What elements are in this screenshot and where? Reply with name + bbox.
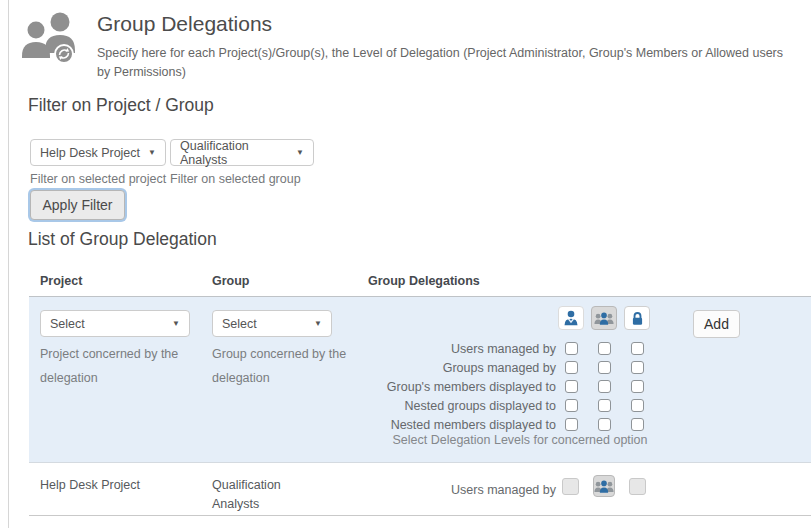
level-permissions-unselected-box[interactable]	[629, 478, 646, 495]
row-delegation-option-label: Users managed by	[451, 483, 556, 497]
checkbox-groups-managed-by-members[interactable]	[598, 361, 611, 374]
left-panel-divider	[8, 0, 9, 528]
option-label: Users managed by	[451, 342, 556, 356]
group-delegation-table: Project Group Group Delegations Select ▼…	[29, 262, 811, 516]
filter-section-heading: Filter on Project / Group	[28, 95, 214, 116]
checkbox-nested-members-permissions[interactable]	[631, 418, 644, 431]
delegation-editor-row: Select ▼ Select ▼ Project concerned by t…	[29, 297, 811, 463]
editor-project-select-value: Select	[50, 317, 85, 331]
delegation-option-row: Group's members displayed to	[179, 378, 649, 397]
project-administrator-user-icon[interactable]	[558, 306, 584, 330]
checkbox-members-displayed-permissions[interactable]	[631, 380, 644, 393]
editor-group-select-value: Select	[222, 317, 257, 331]
checkbox-members-displayed-admin[interactable]	[565, 380, 578, 393]
option-label: Group's members displayed to	[387, 380, 556, 394]
checkbox-nested-groups-permissions[interactable]	[631, 399, 644, 412]
group-delegations-icon	[18, 10, 84, 68]
option-label: Nested members displayed to	[391, 418, 556, 432]
column-header-group: Group	[212, 274, 250, 288]
delegation-levels-caption: Select Delegation Levels for concerned o…	[279, 433, 761, 447]
group-members-selected-icon[interactable]	[593, 475, 615, 497]
row-project-cell: Help Desk Project	[40, 476, 140, 495]
group-delegations-page: Group Delegations Specify here for each …	[0, 0, 811, 528]
checkbox-nested-groups-admin[interactable]	[565, 399, 578, 412]
filter-project-caption: Filter on selected project	[30, 172, 166, 186]
filter-group-select[interactable]: Qualification Analysts ▼	[170, 139, 314, 166]
checkbox-groups-managed-by-admin[interactable]	[565, 361, 578, 374]
checkbox-nested-members-members[interactable]	[598, 418, 611, 431]
column-header-project: Project	[40, 274, 82, 288]
caret-down-icon: ▼	[172, 319, 180, 328]
page-subtitle: Specify here for each Project(s)/Group(s…	[97, 44, 787, 83]
option-label: Nested groups displayed to	[405, 399, 556, 413]
caret-down-icon: ▼	[314, 319, 322, 328]
checkbox-members-displayed-members[interactable]	[598, 380, 611, 393]
column-header-group-delegations: Group Delegations	[368, 274, 480, 288]
delegation-option-row: Nested groups displayed to	[179, 397, 649, 416]
apply-filter-button[interactable]: Apply Filter	[30, 190, 125, 220]
add-button[interactable]: Add	[693, 310, 740, 338]
level-admin-unselected-box[interactable]	[562, 478, 579, 495]
filter-group-caption: Filter on selected group	[170, 172, 301, 186]
delegation-option-row: Groups managed by	[179, 359, 649, 378]
caret-down-icon: ▼	[296, 148, 304, 157]
filter-project-select[interactable]: Help Desk Project ▼	[30, 139, 166, 166]
list-section-heading: List of Group Delegation	[28, 229, 217, 250]
filter-project-select-value: Help Desk Project	[40, 146, 140, 160]
checkbox-nested-groups-members[interactable]	[598, 399, 611, 412]
page-title: Group Delegations	[97, 12, 272, 36]
table-header-row: Project Group Group Delegations	[29, 262, 811, 297]
checkbox-users-managed-by-admin[interactable]	[565, 342, 578, 355]
editor-group-select[interactable]: Select ▼	[212, 310, 332, 337]
delegation-option-row: Users managed by	[179, 340, 649, 359]
group-members-icon[interactable]	[591, 306, 617, 330]
editor-project-caption: Project concerned by the delegation	[40, 343, 195, 391]
row-group-cell: Qualification Analysts	[212, 476, 307, 514]
checkbox-nested-members-admin[interactable]	[565, 418, 578, 431]
editor-project-select[interactable]: Select ▼	[40, 310, 190, 337]
caret-down-icon: ▼	[148, 148, 156, 157]
checkbox-groups-managed-by-permissions[interactable]	[631, 361, 644, 374]
checkbox-users-managed-by-permissions[interactable]	[631, 342, 644, 355]
checkbox-users-managed-by-members[interactable]	[598, 342, 611, 355]
allowed-users-lock-icon[interactable]	[624, 306, 650, 330]
filter-group-select-value: Qualification Analysts	[180, 139, 288, 167]
table-row: Help Desk Project Qualification Analysts…	[29, 463, 811, 516]
option-label: Groups managed by	[443, 361, 556, 375]
